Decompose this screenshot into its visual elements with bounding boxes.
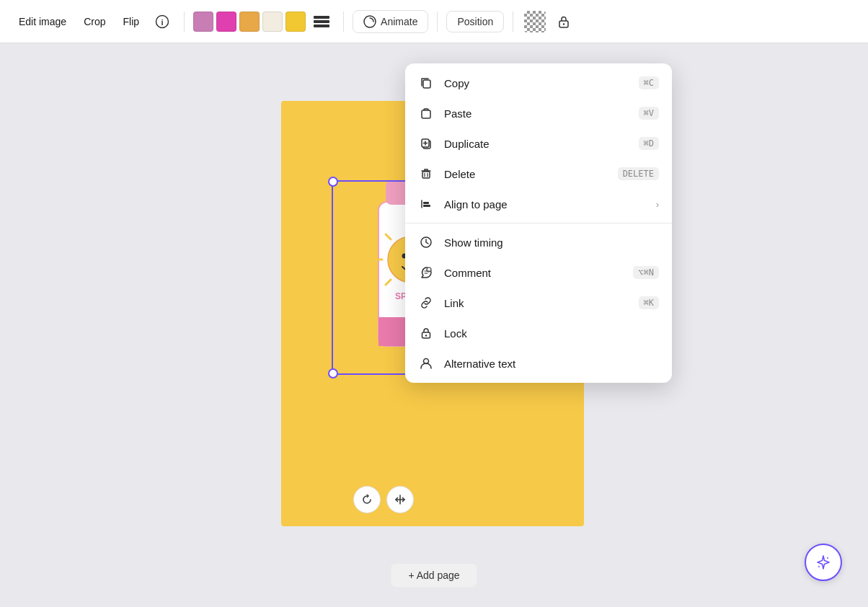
sparkle-icon xyxy=(815,554,831,570)
person-icon xyxy=(418,355,434,371)
paste-label: Paste xyxy=(444,107,629,120)
animate-icon xyxy=(363,15,376,28)
magic-button[interactable] xyxy=(805,544,842,581)
color-swatch-3[interactable] xyxy=(239,12,260,32)
lock-menu-icon xyxy=(418,325,434,341)
duplicate-icon xyxy=(418,136,434,151)
align-label: Align to page xyxy=(444,198,646,211)
menu-item-copy[interactable]: Copy ⌘C xyxy=(405,68,672,98)
svg-rect-33 xyxy=(423,202,429,204)
svg-rect-2 xyxy=(314,16,329,19)
svg-point-43 xyxy=(827,557,828,559)
svg-point-7 xyxy=(563,23,564,25)
lock-label: Lock xyxy=(444,327,659,340)
svg-rect-24 xyxy=(422,110,430,118)
paste-icon xyxy=(418,105,434,121)
clock-icon xyxy=(418,234,434,250)
timing-label: Show timing xyxy=(444,236,659,249)
svg-rect-29 xyxy=(422,172,430,178)
svg-text:+: + xyxy=(428,268,430,273)
menu-item-timing[interactable]: Show timing xyxy=(405,227,672,257)
toolbar: Edit image Crop Flip i Animate Position xyxy=(0,0,868,43)
menu-item-lock[interactable]: Lock xyxy=(405,318,672,348)
menu-divider-1 xyxy=(405,223,672,223)
comment-shortcut: ⌥⌘N xyxy=(633,266,659,279)
lock-icon[interactable] xyxy=(551,9,577,35)
color-swatch-2[interactable] xyxy=(216,12,236,32)
info-icon[interactable]: i xyxy=(149,9,175,35)
crop-button[interactable]: Crop xyxy=(76,12,112,32)
menu-item-link[interactable]: Link ⌘K xyxy=(405,288,672,318)
svg-rect-23 xyxy=(423,80,430,88)
divider-2 xyxy=(343,12,344,32)
menu-item-paste[interactable]: Paste ⌘V xyxy=(405,98,672,128)
transparency-icon[interactable] xyxy=(522,9,548,35)
position-label: Position xyxy=(457,16,493,27)
link-label: Link xyxy=(444,297,629,309)
resize-button[interactable] xyxy=(386,486,414,513)
delete-label: Delete xyxy=(444,168,608,180)
svg-rect-4 xyxy=(314,25,329,27)
animate-label: Animate xyxy=(381,16,417,27)
comment-label: Comment xyxy=(444,267,623,279)
checker-pattern xyxy=(524,11,546,32)
edit-image-button[interactable]: Edit image xyxy=(12,12,74,32)
alt-text-label: Alternative text xyxy=(444,358,659,370)
copy-icon xyxy=(418,75,434,91)
color-swatch-4[interactable] xyxy=(262,12,283,32)
comment-icon: + xyxy=(418,265,434,280)
menu-item-comment[interactable]: + Comment ⌥⌘N xyxy=(405,257,672,288)
context-menu: Copy ⌘C Paste ⌘V Duplicate ⌘D xyxy=(405,63,672,383)
lines-icon[interactable] xyxy=(309,9,335,35)
paste-shortcut: ⌘V xyxy=(639,107,659,120)
color-swatch-1[interactable] xyxy=(193,12,213,32)
trash-icon xyxy=(418,166,434,182)
divider-4 xyxy=(513,12,513,32)
link-shortcut: ⌘K xyxy=(639,296,659,309)
svg-point-41 xyxy=(425,334,427,336)
copy-shortcut: ⌘C xyxy=(639,76,659,89)
add-page-button[interactable]: + Add page xyxy=(391,564,477,587)
align-icon xyxy=(418,196,434,212)
align-arrow: › xyxy=(656,199,659,210)
rotate-button[interactable] xyxy=(353,486,381,513)
flip-button[interactable]: Flip xyxy=(116,12,147,32)
svg-text:i: i xyxy=(161,18,164,27)
divider-3 xyxy=(437,12,438,32)
duplicate-shortcut: ⌘D xyxy=(639,137,659,150)
color-swatch-5[interactable] xyxy=(285,12,306,32)
position-button[interactable]: Position xyxy=(446,11,504,32)
svg-rect-3 xyxy=(314,20,329,23)
handle-top-left[interactable] xyxy=(328,177,338,187)
menu-item-align[interactable]: Align to page › xyxy=(405,189,672,219)
duplicate-label: Duplicate xyxy=(444,138,629,150)
bottom-controls xyxy=(353,486,414,513)
menu-item-delete[interactable]: Delete DELETE xyxy=(405,159,672,189)
animate-button[interactable]: Animate xyxy=(353,10,428,33)
menu-item-duplicate[interactable]: Duplicate ⌘D xyxy=(405,128,672,159)
menu-item-alt-text[interactable]: Alternative text xyxy=(405,348,672,378)
copy-label: Copy xyxy=(444,77,629,89)
link-icon xyxy=(418,295,434,311)
handle-bottom-left[interactable] xyxy=(328,368,338,378)
delete-shortcut: DELETE xyxy=(618,167,659,180)
svg-point-44 xyxy=(818,566,820,567)
svg-rect-34 xyxy=(423,205,430,207)
divider-1 xyxy=(184,12,185,32)
